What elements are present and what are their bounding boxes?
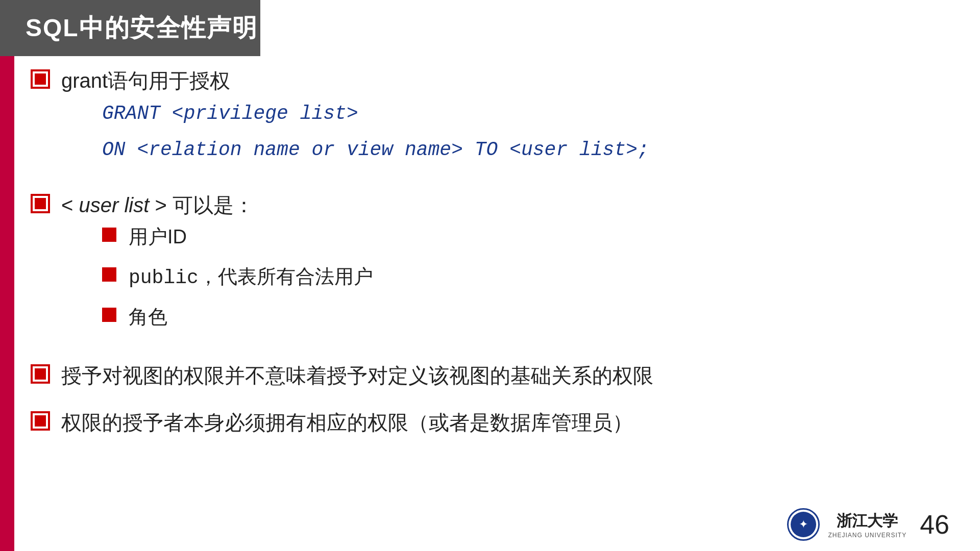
left-accent-bar: [0, 0, 14, 551]
university-name: 浙江大学 ZHEJIANG UNIVERSITY: [828, 511, 906, 539]
sub-bullet-userid: 用户ID: [102, 223, 373, 251]
user-list-text: < user list > 可以是：: [61, 191, 373, 219]
footer: ✦ 浙江大学 ZHEJIANG UNIVERSITY 46: [787, 508, 949, 541]
university-logo: ✦: [787, 508, 820, 541]
logo-star-icon: ✦: [799, 518, 808, 531]
bullet-icon-grant: [31, 69, 50, 89]
bullet-icon-view: [31, 364, 50, 384]
logo-inner: ✦: [791, 512, 816, 537]
sub-bullets: 用户ID public，代表所有合法用户 角色: [102, 223, 373, 331]
code-line-1: GRANT <privilege list>: [102, 100, 649, 127]
bullet-icon-user-list: [31, 194, 50, 213]
sub-text-role: 角色: [129, 304, 167, 331]
page-number: 46: [920, 509, 949, 540]
bullet-grantor: 权限的授予者本身必须拥有相应的权限（或者是数据库管理员）: [31, 408, 949, 437]
sub-text-public: public，代表所有合法用户: [129, 263, 373, 291]
bullet-grant-intro: grant语句用于授权 GRANT <privilege list> ON <r…: [31, 66, 949, 172]
bullet-view-privilege: 授予对视图的权限并不意味着授予对定义该视图的基础关系的权限: [31, 361, 949, 390]
bullet-icon-grantor: [31, 411, 50, 431]
main-content: grant语句用于授权 GRANT <privilege list> ON <r…: [31, 66, 949, 510]
to-keyword: TO: [475, 139, 498, 161]
privilege-list: <privilege list>: [172, 103, 358, 124]
grantor-text: 权限的授予者本身必须拥有相应的权限（或者是数据库管理员）: [61, 408, 633, 437]
grant-code-block: GRANT <privilege list> ON <relation name…: [102, 100, 649, 163]
grant-intro-text: grant语句用于授权: [61, 66, 649, 95]
sub-bullet-icon-role: [102, 308, 116, 322]
bullet-grant-text: grant语句用于授权 GRANT <privilege list> ON <r…: [61, 66, 649, 172]
logo-circle: ✦: [787, 508, 820, 541]
university-en-name: ZHEJIANG UNIVERSITY: [828, 532, 906, 539]
grant-keyword: GRANT: [102, 103, 160, 124]
public-code: public: [129, 267, 199, 289]
sub-bullet-public: public，代表所有合法用户: [102, 263, 373, 291]
slide-title: SQL中的安全性声明: [26, 12, 258, 44]
title-bar: SQL中的安全性声明: [0, 0, 260, 56]
sub-bullet-role: 角色: [102, 304, 373, 331]
sub-text-userid: 用户ID: [129, 223, 187, 251]
view-privilege-text: 授予对视图的权限并不意味着授予对定义该视图的基础关系的权限: [61, 361, 653, 390]
code-line-2: ON <relation name or view name> TO <user…: [102, 136, 649, 163]
sub-bullet-icon-public: [102, 267, 116, 282]
sub-bullet-icon-userid: [102, 228, 116, 242]
university-cn-name: 浙江大学: [837, 511, 898, 532]
relation-name: <relation name or view name>: [137, 139, 474, 161]
on-keyword: ON: [102, 139, 126, 161]
user-list-section: < user list > 可以是： 用户ID public，代表所有合法用户 …: [61, 191, 373, 343]
bullet-user-list: < user list > 可以是： 用户ID public，代表所有合法用户 …: [31, 191, 949, 343]
user-list-param: <user list>;: [509, 139, 649, 161]
